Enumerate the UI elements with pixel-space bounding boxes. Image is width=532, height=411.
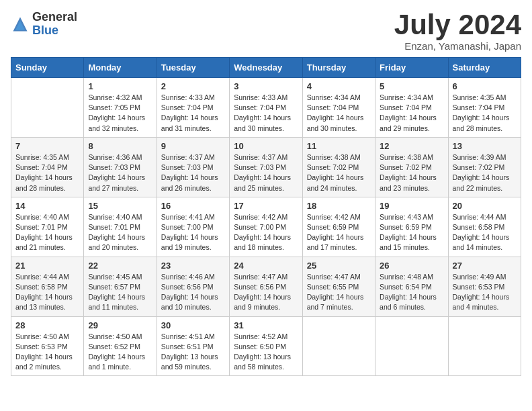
day-number: 18 [307,201,371,211]
day-info: Sunrise: 4:34 AM Sunset: 7:04 PM Dayligh… [307,93,371,134]
day-info: Sunrise: 4:44 AM Sunset: 6:58 PM Dayligh… [15,272,79,313]
day-number: 20 [453,201,517,211]
day-cell: 8Sunrise: 4:36 AM Sunset: 7:03 PM Daylig… [84,137,157,197]
day-number: 7 [15,141,79,151]
day-cell: 23Sunrise: 4:46 AM Sunset: 6:56 PM Dayli… [157,257,229,316]
header-sunday: Sunday [11,58,84,78]
day-number: 30 [161,320,225,330]
day-cell: 17Sunrise: 4:42 AM Sunset: 7:00 PM Dayli… [230,197,302,257]
day-number: 4 [307,81,371,91]
day-number: 5 [380,81,443,91]
day-number: 10 [234,141,298,151]
header-monday: Monday [84,58,157,78]
week-row-5: 28Sunrise: 4:50 AM Sunset: 6:53 PM Dayli… [11,316,521,376]
day-info: Sunrise: 4:37 AM Sunset: 7:03 PM Dayligh… [234,152,298,193]
day-cell: 13Sunrise: 4:39 AM Sunset: 7:02 PM Dayli… [448,137,521,197]
day-info: Sunrise: 4:52 AM Sunset: 6:50 PM Dayligh… [234,332,298,373]
day-info: Sunrise: 4:36 AM Sunset: 7:03 PM Dayligh… [88,152,152,193]
day-number: 17 [234,201,298,211]
day-number: 11 [307,141,371,151]
day-number: 15 [88,201,152,211]
day-cell: 4Sunrise: 4:34 AM Sunset: 7:04 PM Daylig… [302,78,375,138]
day-cell [11,78,84,138]
day-number: 25 [307,261,371,271]
day-number: 2 [161,81,225,91]
day-cell: 14Sunrise: 4:40 AM Sunset: 7:01 PM Dayli… [11,197,84,257]
day-cell: 11Sunrise: 4:38 AM Sunset: 7:02 PM Dayli… [302,137,375,197]
header-saturday: Saturday [448,58,521,78]
logo-general: General [32,11,77,24]
day-number: 16 [161,201,225,211]
title-block: July 2024 Enzan, Yamanashi, Japan [394,11,521,52]
day-cell: 29Sunrise: 4:50 AM Sunset: 6:52 PM Dayli… [84,316,157,376]
day-info: Sunrise: 4:32 AM Sunset: 7:05 PM Dayligh… [88,93,152,134]
day-cell: 25Sunrise: 4:47 AM Sunset: 6:55 PM Dayli… [302,257,375,316]
day-info: Sunrise: 4:35 AM Sunset: 7:04 PM Dayligh… [453,93,517,134]
day-info: Sunrise: 4:42 AM Sunset: 7:00 PM Dayligh… [234,212,298,253]
day-number: 14 [15,201,79,211]
day-info: Sunrise: 4:35 AM Sunset: 7:04 PM Dayligh… [15,152,79,193]
day-cell: 19Sunrise: 4:43 AM Sunset: 6:59 PM Dayli… [375,197,448,257]
day-info: Sunrise: 4:37 AM Sunset: 7:03 PM Dayligh… [161,152,225,193]
header-thursday: Thursday [302,58,375,78]
calendar-header: SundayMondayTuesdayWednesdayThursdayFrid… [11,58,521,78]
day-number: 28 [15,320,79,330]
day-number: 19 [380,201,443,211]
day-info: Sunrise: 4:40 AM Sunset: 7:01 PM Dayligh… [88,212,152,253]
day-info: Sunrise: 4:40 AM Sunset: 7:01 PM Dayligh… [15,212,79,253]
day-info: Sunrise: 4:33 AM Sunset: 7:04 PM Dayligh… [161,93,225,134]
header-wednesday: Wednesday [230,58,302,78]
day-info: Sunrise: 4:38 AM Sunset: 7:02 PM Dayligh… [307,152,371,193]
day-number: 6 [453,81,517,91]
day-cell: 6Sunrise: 4:35 AM Sunset: 7:04 PM Daylig… [448,78,521,138]
page-header: General Blue July 2024 Enzan, Yamanashi,… [11,11,521,52]
day-number: 23 [161,261,225,271]
day-info: Sunrise: 4:50 AM Sunset: 6:52 PM Dayligh… [88,332,152,373]
day-cell: 7Sunrise: 4:35 AM Sunset: 7:04 PM Daylig… [11,137,84,197]
day-cell: 12Sunrise: 4:38 AM Sunset: 7:02 PM Dayli… [375,137,448,197]
day-cell: 9Sunrise: 4:37 AM Sunset: 7:03 PM Daylig… [157,137,229,197]
week-row-3: 14Sunrise: 4:40 AM Sunset: 7:01 PM Dayli… [11,197,521,257]
day-number: 29 [88,320,152,330]
day-info: Sunrise: 4:47 AM Sunset: 6:56 PM Dayligh… [234,272,298,313]
day-number: 13 [453,141,517,151]
day-info: Sunrise: 4:45 AM Sunset: 6:57 PM Dayligh… [88,272,152,313]
day-info: Sunrise: 4:49 AM Sunset: 6:53 PM Dayligh… [453,272,517,313]
day-number: 21 [15,261,79,271]
day-cell: 27Sunrise: 4:49 AM Sunset: 6:53 PM Dayli… [448,257,521,316]
day-number: 22 [88,261,152,271]
day-number: 8 [88,141,152,151]
day-cell [375,316,448,376]
day-info: Sunrise: 4:48 AM Sunset: 6:54 PM Dayligh… [380,272,443,313]
day-number: 9 [161,141,225,151]
day-cell: 20Sunrise: 4:44 AM Sunset: 6:58 PM Dayli… [448,197,521,257]
title-month-year: July 2024 [394,11,521,39]
header-row: SundayMondayTuesdayWednesdayThursdayFrid… [11,58,521,78]
day-info: Sunrise: 4:50 AM Sunset: 6:53 PM Dayligh… [15,332,79,373]
day-info: Sunrise: 4:47 AM Sunset: 6:55 PM Dayligh… [307,272,371,313]
day-cell: 1Sunrise: 4:32 AM Sunset: 7:05 PM Daylig… [84,78,157,138]
day-cell: 26Sunrise: 4:48 AM Sunset: 6:54 PM Dayli… [375,257,448,316]
day-info: Sunrise: 4:39 AM Sunset: 7:02 PM Dayligh… [453,152,517,193]
day-info: Sunrise: 4:44 AM Sunset: 6:58 PM Dayligh… [453,212,517,253]
day-info: Sunrise: 4:41 AM Sunset: 7:00 PM Dayligh… [161,212,225,253]
day-cell: 28Sunrise: 4:50 AM Sunset: 6:53 PM Dayli… [11,316,84,376]
day-cell: 15Sunrise: 4:40 AM Sunset: 7:01 PM Dayli… [84,197,157,257]
day-number: 26 [380,261,443,271]
day-info: Sunrise: 4:42 AM Sunset: 6:59 PM Dayligh… [307,212,371,253]
day-info: Sunrise: 4:51 AM Sunset: 6:51 PM Dayligh… [161,332,225,373]
day-cell: 2Sunrise: 4:33 AM Sunset: 7:04 PM Daylig… [157,78,229,138]
header-tuesday: Tuesday [157,58,229,78]
week-row-2: 7Sunrise: 4:35 AM Sunset: 7:04 PM Daylig… [11,137,521,197]
day-cell: 10Sunrise: 4:37 AM Sunset: 7:03 PM Dayli… [230,137,302,197]
day-cell: 22Sunrise: 4:45 AM Sunset: 6:57 PM Dayli… [84,257,157,316]
day-cell [448,316,521,376]
calendar-table: SundayMondayTuesdayWednesdayThursdayFrid… [11,57,521,376]
day-cell: 16Sunrise: 4:41 AM Sunset: 7:00 PM Dayli… [157,197,229,257]
day-number: 31 [234,320,298,330]
logo-blue: Blue [32,24,77,38]
day-info: Sunrise: 4:43 AM Sunset: 6:59 PM Dayligh… [380,212,443,253]
day-cell: 24Sunrise: 4:47 AM Sunset: 6:56 PM Dayli… [230,257,302,316]
day-cell: 3Sunrise: 4:33 AM Sunset: 7:04 PM Daylig… [230,78,302,138]
day-number: 27 [453,261,517,271]
